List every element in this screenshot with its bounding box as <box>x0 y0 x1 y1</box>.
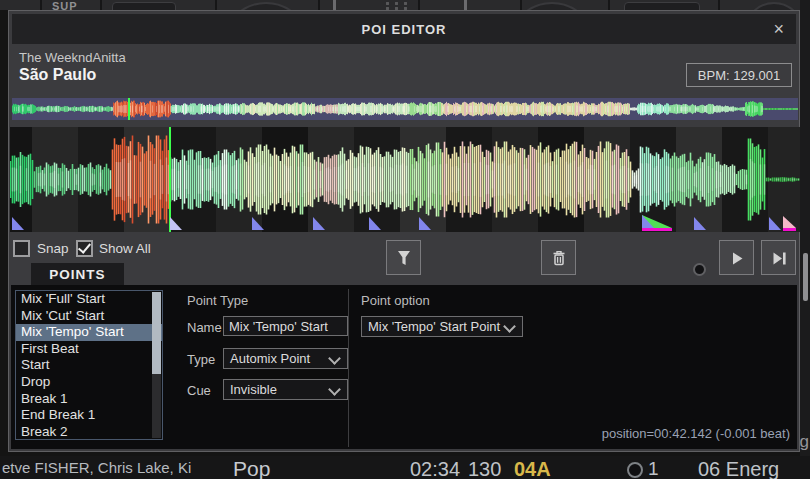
play-point-button[interactable] <box>719 240 754 275</box>
points-list-item[interactable]: Mix 'Cut' Start <box>16 308 162 325</box>
filter-button[interactable] <box>386 240 421 275</box>
form-divider <box>348 289 349 447</box>
chevron-down-icon <box>328 352 341 365</box>
cue-value: Invisible <box>230 382 277 397</box>
deck-separator <box>100 0 102 10</box>
section-point-type: Point Type <box>187 293 248 308</box>
dialog-title: POI EDITOR <box>362 22 447 37</box>
deck-slider <box>333 0 336 10</box>
deck-label-sup: SUP <box>52 0 78 10</box>
deck-separator <box>520 0 522 10</box>
deck-separator <box>608 0 610 10</box>
deck-separator <box>40 0 42 10</box>
library-play-count-icon <box>627 462 643 478</box>
library-artist-text: etve FISHER, Chris Lake, Ki <box>2 459 191 476</box>
track-title: São Paulo <box>19 66 96 84</box>
poi-editor-dialog: POI EDITOR × The WeekndAnitta São Paulo … <box>8 10 800 452</box>
library-key: 04A <box>514 458 551 479</box>
deck-slider <box>464 0 467 10</box>
points-list-item[interactable]: End Break 1 <box>16 407 162 424</box>
library-play-count: 1 <box>648 458 659 479</box>
show-all-checkbox[interactable] <box>76 240 93 257</box>
deck-separator <box>318 0 320 10</box>
delete-point-button[interactable] <box>541 240 576 275</box>
deck-knob <box>744 2 804 10</box>
points-list-item[interactable]: Mix 'Full' Start <box>16 291 162 308</box>
points-panel: Mix 'Full' StartMix 'Cut' StartMix 'Temp… <box>11 285 797 449</box>
library-bpm: 130 <box>468 458 501 479</box>
points-list-scrollbar[interactable] <box>152 292 161 438</box>
points-list[interactable]: Mix 'Full' StartMix 'Cut' StartMix 'Temp… <box>15 290 163 440</box>
section-point-option: Point option <box>361 293 430 308</box>
points-list-item[interactable]: Mix 'Tempo' Start <box>16 324 162 341</box>
point-option-dropdown[interactable]: Mix 'Tempo' Start Point <box>361 316 523 337</box>
overview-waveform[interactable] <box>12 98 798 120</box>
background-scrollbar-thumb <box>803 253 808 301</box>
deck-separator <box>418 0 420 10</box>
points-list-item[interactable]: Break 1 <box>16 391 162 408</box>
checkmark-icon <box>78 240 91 254</box>
tab-points[interactable]: POINTS <box>31 263 124 285</box>
name-input[interactable] <box>223 316 348 336</box>
background-stray-text: g <box>800 432 809 452</box>
deck-button <box>624 2 700 10</box>
dialog-titlebar[interactable]: POI EDITOR × <box>12 14 796 44</box>
funnel-icon <box>394 248 414 268</box>
background-library-row: etve FISHER, Chris Lake, Ki Pop 02:34 13… <box>0 456 810 479</box>
track-artist: The WeekndAnitta <box>19 50 126 65</box>
trash-icon <box>549 248 569 268</box>
bpm-badge: BPM: 129.001 <box>686 63 792 87</box>
main-waveform[interactable] <box>10 127 800 232</box>
library-genre: Pop <box>233 457 270 479</box>
deck-separator <box>215 0 217 10</box>
cue-label: Cue <box>187 383 211 398</box>
snap-checkbox[interactable] <box>13 240 30 257</box>
deck-button <box>112 2 176 10</box>
position-readout: position=00:42.142 (-0.001 beat) <box>602 426 790 441</box>
background-deck-strip: SUP <box>0 0 810 10</box>
chevron-down-icon <box>328 383 341 396</box>
chevron-down-icon <box>503 320 516 333</box>
type-dropdown[interactable]: Automix Point <box>223 348 348 369</box>
type-label: Type <box>187 352 215 367</box>
points-list-item[interactable]: Break 2 <box>16 424 162 440</box>
library-time: 02:34 <box>410 458 460 479</box>
points-list-item[interactable]: Start <box>16 357 162 374</box>
point-option-value: Mix 'Tempo' Start Point <box>368 319 500 334</box>
loop-indicator[interactable] <box>693 263 706 276</box>
points-list-item[interactable]: First Beat <box>16 341 162 358</box>
type-value: Automix Point <box>230 351 310 366</box>
play-icon <box>727 248 747 268</box>
library-energy: 06 Energ <box>698 458 779 479</box>
background-right-edge: g <box>800 0 810 479</box>
play-to-end-icon <box>769 248 789 268</box>
play-to-end-button[interactable] <box>761 240 796 275</box>
snap-label: Snap <box>37 241 69 256</box>
deck-jog-wheel <box>222 2 310 10</box>
name-label: Name <box>187 320 222 335</box>
deck-separator <box>718 0 720 10</box>
show-all-label: Show All <box>99 241 151 256</box>
close-icon[interactable]: × <box>773 18 784 40</box>
cue-dropdown[interactable]: Invisible <box>223 379 348 400</box>
deck-pad-grid <box>383 1 411 10</box>
points-list-item[interactable]: Drop <box>16 374 162 391</box>
points-list-scrollbar-thumb[interactable] <box>152 292 161 374</box>
